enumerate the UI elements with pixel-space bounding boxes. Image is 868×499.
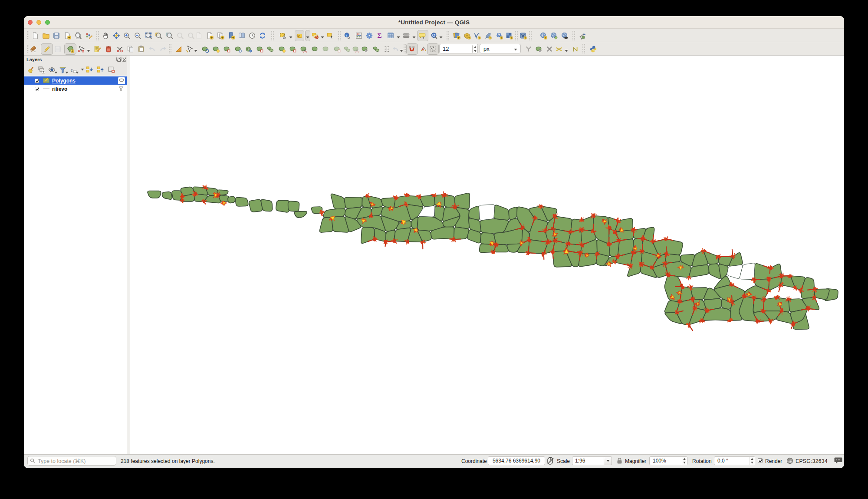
svg-text:Σ: Σ [378,32,382,39]
svg-text:ε: ε [70,66,72,73]
